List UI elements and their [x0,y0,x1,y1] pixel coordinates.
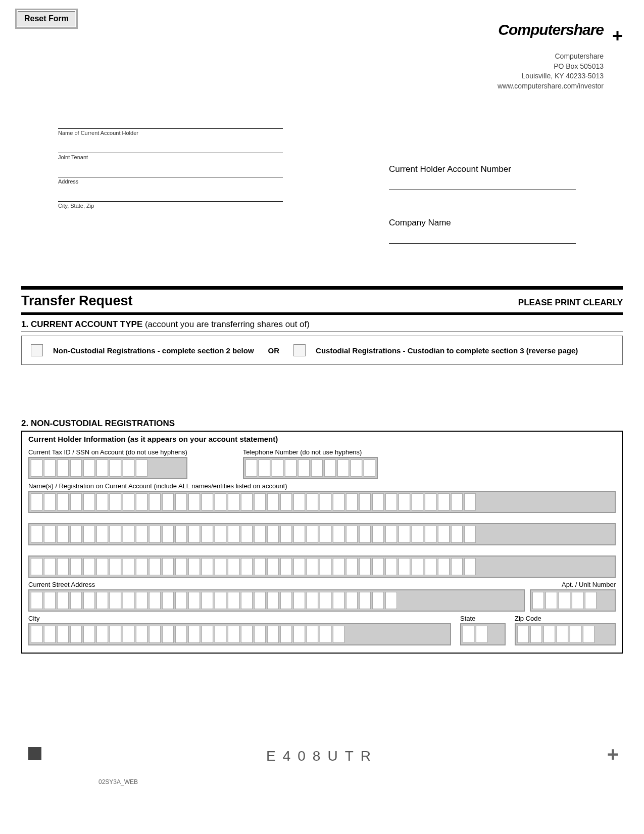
joint-tenant-label: Joint Tenant [58,154,283,160]
apt-input[interactable] [530,589,616,612]
addr-web: www.computershare.com/investor [498,81,604,91]
address-label: Address [58,178,283,184]
tax-id-input[interactable] [28,457,187,479]
option-custodial-label: Custodial Registrations - Custodian to c… [316,346,578,355]
csz-line[interactable] [58,192,283,202]
company-address-block: Computershare PO Box 505013 Louisville, … [498,52,604,91]
logo-text: Computershare [498,21,604,38]
reset-form-button[interactable]: Reset Form [18,11,75,26]
form-title: Transfer Request [21,293,133,309]
print-clearly-label: PLEASE PRINT CLEARLY [518,298,623,308]
joint-tenant-line[interactable] [58,143,283,153]
account-number-line[interactable] [389,190,576,190]
names-input-2[interactable] [28,523,616,545]
city-input[interactable] [28,623,451,645]
section2-box: Current Holder Information (as it appear… [21,431,623,654]
section2-subheading: Current Holder Information (as it appear… [28,435,616,443]
checkbox-non-custodial[interactable] [31,344,43,356]
street-input[interactable] [28,589,525,612]
section1-heading-bold: 1. CURRENT ACCOUNT TYPE [21,319,142,329]
section1-options-box: Non-Custodial Registrations - complete s… [21,336,623,365]
holder-name-line[interactable] [58,119,283,129]
divider-under-title [21,312,623,315]
addr-po: PO Box 505013 [498,62,604,72]
section1-underline [21,332,623,332]
addr-city: Louisville, KY 40233-5013 [498,71,604,81]
addr-name: Computershare [498,52,604,62]
registration-mark-bottom: + [607,743,619,766]
tax-id-label: Current Tax ID / SSN on Account (do not … [28,448,187,456]
city-label: City [28,615,451,622]
option-non-custodial-label: Non-Custodial Registrations - complete s… [53,346,254,355]
right-fields-block: Current Holder Account Number Company Na… [389,164,576,271]
registration-mark-top: + [612,25,623,47]
phone-input[interactable] [243,457,378,479]
names-input-3[interactable] [28,555,616,578]
brand-logo: Computershare [498,21,604,38]
state-input[interactable] [460,623,506,645]
csz-label: City, State, Zip [58,203,283,209]
street-label: Current Street Address [28,581,525,588]
state-label: State [460,615,506,622]
account-number-label: Current Holder Account Number [389,164,576,174]
names-label: Name(s) / Registration on Current Accoun… [28,482,616,490]
zip-label: Zip Code [515,615,616,622]
company-name-line[interactable] [389,243,576,244]
company-name-label: Company Name [389,218,576,228]
phone-label: Telephone Number (do not use hyphens) [243,448,378,456]
apt-label: Apt. / Unit Number [530,581,616,588]
holder-info-block: Name of Current Account Holder Joint Ten… [58,119,283,216]
title-row: Transfer Request PLEASE PRINT CLEARLY [21,293,623,309]
names-input-1[interactable] [28,491,616,513]
checkbox-custodial[interactable] [293,344,306,356]
holder-name-label: Name of Current Account Holder [58,130,283,136]
document-id: 02SY3A_WEB [98,778,138,785]
footer-code: E408UTR [0,748,644,764]
address-line[interactable] [58,167,283,177]
or-separator: OR [268,346,280,355]
section2-header: 2. NON-CUSTODIAL REGISTRATIONS [21,419,175,429]
divider-top [21,286,623,290]
section1-heading-rest: (account you are transferring shares out… [142,319,310,329]
section1-header: 1. CURRENT ACCOUNT TYPE (account you are… [21,319,310,330]
zip-input[interactable] [515,623,616,645]
